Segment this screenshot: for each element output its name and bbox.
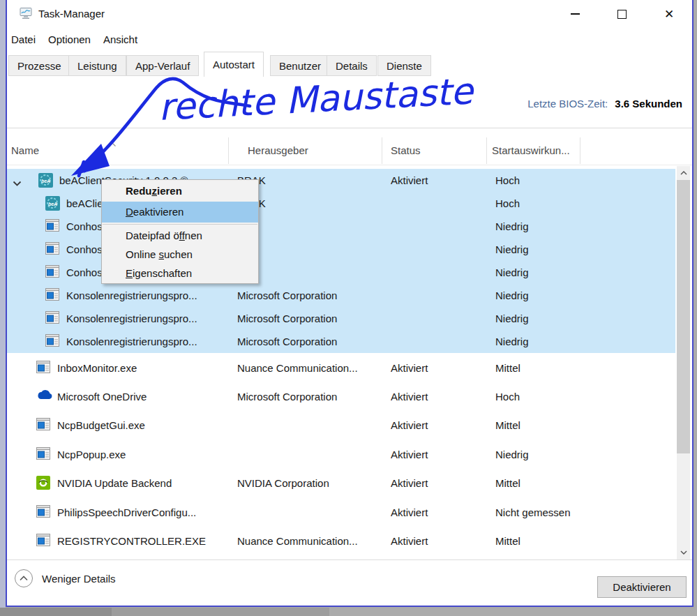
console-icon <box>45 242 59 257</box>
menu-item-reduzieren[interactable]: Reduzieren <box>102 181 258 202</box>
row-status: Aktiviert <box>391 382 428 411</box>
label-part: Dateipfad ö <box>126 230 179 241</box>
maximize-button[interactable] <box>606 0 638 28</box>
context-menu: Reduzieren Deaktivieren Dateipfad öffnen… <box>101 179 259 284</box>
menu-item-eigenschaften[interactable]: Eigenschaften <box>102 264 258 283</box>
row-publisher: Microsoft Corporation <box>237 382 337 411</box>
column-header-status[interactable]: Status <box>391 136 421 165</box>
label-part: uchen <box>164 248 193 260</box>
bea-icon: beA <box>45 196 60 213</box>
row-name: PhilipsSpeechDriverConfigu... <box>57 498 196 527</box>
bios-label: Letzte BIOS-Zeit: <box>527 98 608 110</box>
column-header-startauswirkung[interactable]: Startauswirkun... <box>492 136 570 165</box>
tab-app-verlauf[interactable]: App-Verlauf <box>126 55 199 76</box>
column-divider[interactable] <box>486 137 487 164</box>
tab-benutzer[interactable]: Benutzer <box>270 55 330 76</box>
row-impact: Hoch <box>495 382 520 411</box>
close-icon: ✕ <box>664 8 674 20</box>
column-divider[interactable] <box>382 137 382 164</box>
task-manager-app-icon <box>20 8 32 22</box>
footer-bar: Weniger Details Deaktivieren <box>7 560 692 606</box>
tab-dienste[interactable]: Dienste <box>377 55 431 76</box>
console-icon <box>36 418 50 433</box>
row-impact: Niedrig <box>495 284 529 307</box>
table-row[interactable]: PhilipsSpeechDriverConfigu... Aktiviert … <box>7 498 675 527</box>
scroll-down-button[interactable] <box>677 546 690 559</box>
console-icon <box>36 505 50 520</box>
tab-prozesse[interactable]: Prozesse <box>8 55 70 76</box>
label-part: nen <box>185 230 202 241</box>
row-publisher: Nuance Communication... <box>237 354 358 382</box>
table-row[interactable]: Konsolenregistrierungspro... Microsoft C… <box>7 284 675 307</box>
column-header-name[interactable]: Name <box>11 136 39 165</box>
row-impact: Niedrig <box>495 330 529 353</box>
menu-item-datei[interactable]: Datei <box>11 33 36 45</box>
row-status: Aktiviert <box>391 411 428 440</box>
titlebar[interactable]: Task-Manager ✕ <box>7 0 692 28</box>
desktop-left-strip <box>0 0 6 616</box>
table-row[interactable]: NcpBudgetGui.exe Aktiviert Mittel <box>7 411 675 440</box>
table-row[interactable]: Microsoft OneDrive Microsoft Corporation… <box>7 382 675 411</box>
column-divider[interactable] <box>228 137 229 164</box>
menu-item-online-suchen[interactable]: Online suchen <box>102 245 258 264</box>
details-toggle-label: Weniger Details <box>42 573 116 585</box>
tab-autostart[interactable]: Autostart <box>204 52 264 77</box>
menu-item-ansicht[interactable]: Ansicht <box>103 33 137 45</box>
row-impact: Niedrig <box>495 215 529 238</box>
deaktivieren-button[interactable]: Deaktivieren <box>597 576 687 598</box>
row-impact: Mittel <box>495 354 520 382</box>
column-header-herausgeber[interactable]: Herausgeber <box>248 136 308 165</box>
scroll-thumb[interactable] <box>677 180 690 453</box>
svg-text:beA: beA <box>48 202 57 206</box>
tab-leistung[interactable]: Leistung <box>68 55 126 76</box>
console-icon <box>36 534 50 549</box>
window-title: Task-Manager <box>38 0 105 28</box>
table-row[interactable]: REGISTRYCONTROLLER.EXE Nuance Communicat… <box>7 527 675 555</box>
column-divider[interactable] <box>580 137 580 164</box>
menu-item-dateipfad-oeffnen[interactable]: Dateipfad öffnen <box>102 226 258 245</box>
sort-asc-icon <box>108 137 117 150</box>
desktop-bottom-mid <box>112 608 329 616</box>
desktop-bottom-dark <box>0 608 112 616</box>
expand-chevron-icon[interactable] <box>13 177 22 190</box>
row-publisher: Microsoft Corporation <box>237 307 337 330</box>
bios-time: Letzte BIOS-Zeit:3.6 Sekunden <box>527 98 682 110</box>
table-row[interactable]: NcpPopup.exe Aktiviert Niedrig <box>7 440 675 469</box>
table-row[interactable]: Konsolenregistrierungspro... Microsoft C… <box>7 307 675 330</box>
row-publisher: Microsoft Corporation <box>237 284 337 307</box>
row-name: NVIDIA Update Backend <box>57 469 172 497</box>
chevron-up-icon <box>680 171 687 175</box>
console-icon <box>36 361 50 376</box>
row-name: NcpPopup.exe <box>57 440 126 469</box>
close-button[interactable]: ✕ <box>653 0 685 28</box>
accelerator: z <box>152 185 158 197</box>
accelerator: E <box>126 267 133 279</box>
tabbar-baseline <box>7 128 692 128</box>
row-publisher: Nuance Communication... <box>237 527 358 555</box>
menu-separator <box>103 224 257 225</box>
menu-item-deaktivieren[interactable]: Deaktivieren <box>102 202 258 223</box>
row-name: Konsolenregistrierungspro... <box>66 307 197 330</box>
table-row[interactable]: NVIDIA Update Backend NVIDIA Corporation… <box>7 469 675 497</box>
menubar: Datei Optionen Ansicht <box>7 28 692 50</box>
table-row[interactable]: InboxMonitor.exe Nuance Communication...… <box>7 354 675 382</box>
label-part: Online <box>126 248 159 260</box>
label-part: igenschaften <box>133 267 192 279</box>
minimize-button[interactable] <box>559 0 591 28</box>
circled-chevron-up-icon <box>14 569 33 588</box>
vertical-scrollbar[interactable] <box>677 166 690 559</box>
row-status: Aktiviert <box>391 469 428 497</box>
accelerator: ff <box>179 230 185 241</box>
column-header-row: Name Herausgeber Status Startauswirkun..… <box>7 136 692 165</box>
details-toggle[interactable]: Weniger Details <box>14 569 116 588</box>
row-impact: Mittel <box>495 527 520 555</box>
tab-details[interactable]: Details <box>327 55 377 76</box>
scroll-up-button[interactable] <box>677 166 690 180</box>
label-part: Redu <box>126 185 152 197</box>
console-icon <box>45 288 59 303</box>
console-icon <box>45 334 59 350</box>
table-row[interactable]: Konsolenregistrierungspro... Microsoft C… <box>7 330 675 353</box>
menu-item-optionen[interactable]: Optionen <box>48 33 91 45</box>
row-name: Microsoft OneDrive <box>57 382 147 411</box>
row-publisher: Microsoft Corporation <box>237 330 337 353</box>
